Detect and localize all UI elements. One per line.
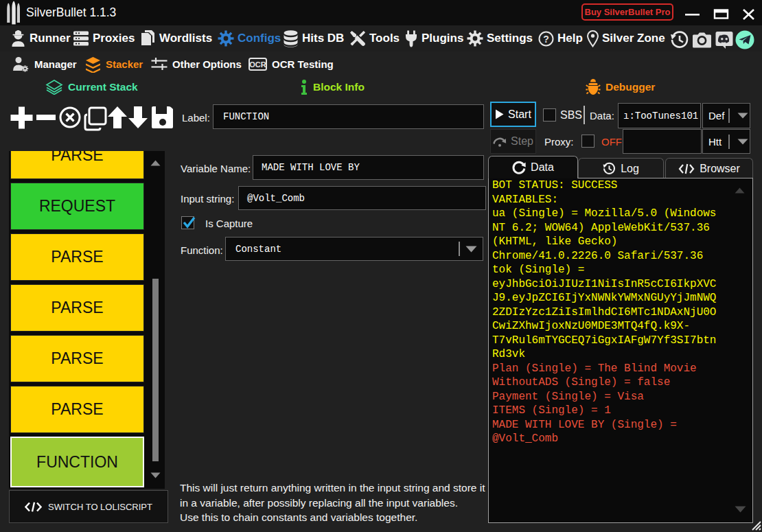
svg-text:OCR: OCR [249, 60, 266, 69]
svg-text:?: ? [543, 33, 549, 44]
